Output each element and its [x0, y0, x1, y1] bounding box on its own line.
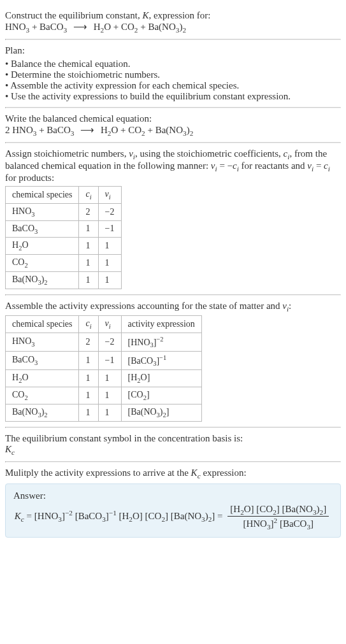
sub: 3 — [306, 523, 310, 531]
sub: 2 — [182, 26, 186, 34]
sup: −2 — [65, 509, 73, 517]
k: K — [15, 511, 21, 521]
sup: −2 — [156, 336, 163, 343]
sub: 3 — [267, 523, 271, 531]
text: , using the stoichiometric coefficients, — [135, 148, 284, 159]
sub: 2 — [18, 377, 22, 384]
sub: 3 — [34, 359, 38, 366]
table-row: Ba(NO3)211 — [6, 271, 122, 289]
cell: 2 — [79, 203, 98, 220]
cell: 1 — [79, 238, 98, 255]
balanced-equation: 2 HNO3 + BaCO3 ⟶ H2O + CO2 + Ba(NO3)2 — [5, 124, 341, 137]
sup: −1 — [109, 509, 117, 517]
cell: 1 — [98, 238, 121, 255]
sub: 3 — [201, 515, 205, 523]
cell: 1 — [79, 220, 98, 238]
sub: 2 — [240, 508, 244, 516]
cell: H2O — [6, 238, 79, 255]
table-row: H2O11 — [6, 238, 122, 255]
c: c — [324, 161, 328, 171]
k-symbol: K — [142, 10, 148, 20]
sub-i: i — [90, 194, 92, 201]
sub-i: i — [90, 323, 92, 330]
stoich-text: Assign stoichiometric numbers, νi, using… — [5, 148, 341, 183]
table-header-row: chemical species ci νi — [6, 187, 122, 204]
sub: 2 — [161, 515, 165, 523]
cell: 1 — [79, 370, 98, 387]
plus: + — [145, 125, 155, 135]
sub: 2 — [101, 26, 105, 34]
plan-item: Use the activity expressions to build th… — [5, 91, 341, 102]
sub: 2 — [44, 279, 47, 286]
sub: 3 — [71, 129, 75, 137]
c: c — [233, 161, 237, 171]
arrow-icon: ⟶ — [80, 124, 94, 136]
col-vi: νi — [98, 187, 121, 204]
multiply-section: Mulitply the activity expressions to arr… — [5, 462, 341, 543]
sub: 2 — [163, 411, 166, 419]
cell: 1 — [79, 387, 98, 404]
balanced-section: Write the balanced chemical equation: 2 … — [5, 108, 341, 142]
cell: 1 — [79, 352, 98, 370]
multiply-text: Mulitply the activity expressions to arr… — [5, 468, 341, 480]
coef: 2 — [5, 125, 12, 135]
cell: −1 — [98, 352, 121, 370]
table-header-row: chemical species ci νi activity expressi… — [6, 315, 202, 333]
sub: 3 — [183, 129, 187, 137]
plan-list: Balance the chemical equation. Determine… — [5, 59, 341, 102]
text: Construct the equilibrium constant, — [5, 10, 142, 20]
cell: HNO3 — [6, 333, 79, 351]
plan-item: Balance the chemical equation. — [5, 59, 341, 69]
cell: 1 — [98, 404, 121, 422]
sub: 2 — [108, 129, 112, 137]
table-row: HNO32−2[HNO3]−2 — [6, 333, 202, 351]
plan-section: Plan: Balance the chemical equation. Det… — [5, 40, 341, 107]
nu: ν — [129, 148, 133, 159]
sub: 3 — [31, 211, 34, 218]
text: for products: — [5, 173, 54, 183]
sub: 2 — [143, 394, 147, 401]
cell: Ba(NO3)2 — [6, 404, 79, 422]
fraction: [H2O] [CO2] [Ba(NO3)2][HNO3]2 [BaCO3] — [227, 504, 329, 531]
plus: + — [118, 125, 128, 135]
cell: −1 — [98, 220, 121, 238]
cell: 1 — [98, 271, 121, 289]
cell: −2 — [98, 333, 121, 351]
cell: [HNO3]−2 — [121, 333, 201, 351]
text: expression: — [201, 468, 247, 478]
nu: ν — [282, 301, 287, 311]
sub: 2 — [24, 394, 27, 401]
plan-item: Determine the stoichiometric numbers. — [5, 69, 341, 80]
cell: [Ba(NO3)2] — [121, 404, 201, 422]
cell: [CO2] — [121, 387, 201, 404]
sub: 3 — [64, 26, 68, 34]
cell: 1 — [98, 370, 121, 387]
col-species: chemical species — [6, 187, 79, 204]
unbalanced-equation: HNO3 + BaCO3 ⟶ H2O + CO2 + Ba(NO3)2 — [5, 21, 341, 34]
activity-title: Assemble the activity expressions accoun… — [5, 301, 341, 313]
cell: Ba(NO3)2 — [6, 271, 79, 289]
text: : — [289, 301, 291, 311]
cell: [H2O] — [121, 370, 201, 387]
sub-i: i — [328, 165, 330, 173]
sub: 2 — [190, 129, 194, 137]
cell: −2 — [98, 203, 121, 220]
sub: 2 — [129, 515, 133, 523]
sup: 2 — [274, 517, 278, 524]
table-row: Ba(NO3)211[Ba(NO3)2] — [6, 404, 202, 422]
sub-i: i — [109, 323, 111, 330]
kc-symbol-section: The equilibrium constant symbol in the c… — [5, 428, 341, 461]
cell: BaCO3 — [6, 352, 79, 370]
answer-expression: Kc = [HNO3]−2 [BaCO3]−1 [H2O] [CO2] [Ba(… — [13, 504, 333, 531]
text: for reactants and — [239, 161, 307, 171]
intro-line1: Construct the equilibrium constant, K, e… — [5, 10, 341, 21]
sub: 3 — [157, 411, 160, 419]
sub: 2 — [273, 508, 277, 516]
table-row: BaCO31−1 — [6, 220, 122, 238]
col-ci: ci — [79, 187, 98, 204]
col-vi: νi — [98, 315, 121, 333]
sub: 3 — [313, 508, 317, 516]
table-row: CO211[CO2] — [6, 387, 202, 404]
sub: 3 — [34, 227, 38, 234]
text: Mulitply the activity expressions to arr… — [5, 468, 191, 478]
